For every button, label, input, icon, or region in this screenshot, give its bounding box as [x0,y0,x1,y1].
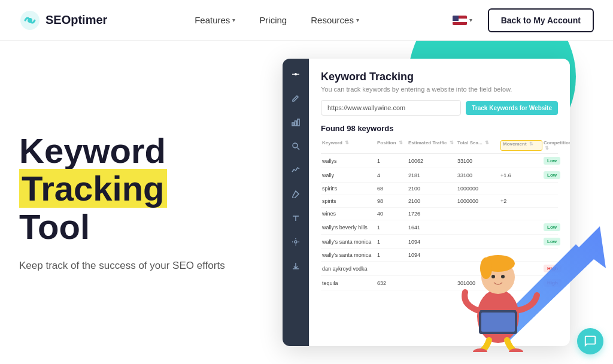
dashboard-sidebar [283,59,309,346]
chevron-down-icon: ▾ [232,17,235,23]
hero-subtitle: Keep track of the success of your SEO ef… [19,258,271,274]
main-nav: Features ▾ Pricing Resources ▾ [185,10,369,30]
flag-icon [453,16,467,25]
svg-rect-21 [481,313,515,332]
svg-rect-6 [298,119,299,126]
chevron-down-icon: ▾ [356,17,359,23]
col-position: Position ⇅ [377,140,407,151]
logo-text: SEOptimer [45,13,107,27]
url-input-row: https://www.wallywine.com Track Keywords… [321,100,558,116]
chat-button[interactable] [577,328,603,354]
language-selector[interactable]: ▾ [447,12,478,29]
col-competition: Competition ⇅ [544,140,570,151]
dashboard-title: Keyword Tracking [321,71,558,83]
col-total: Total Sea... ⇅ [457,140,499,151]
sidebar-icon-text[interactable] [290,212,302,224]
col-traffic: Estimated Traffic ⇅ [408,140,456,151]
svg-point-1 [28,18,32,23]
sidebar-icon-pen[interactable] [290,188,302,200]
header: SEOptimer Features ▾ Pricing Resources ▾… [0,0,613,41]
table-row: wally 4 2181 33100 +1.6 Low [321,168,558,183]
svg-point-17 [480,257,492,279]
dashboard-subtitle: You can track keywords by entering a web… [321,86,558,93]
table-row: spirits 98 2100 1000000 +2 [321,195,558,208]
sidebar-icon-keyword[interactable] [290,68,302,80]
back-to-account-button[interactable]: Back to My Account [488,8,594,32]
logo[interactable]: SEOptimer [19,10,107,31]
svg-point-18 [491,275,495,278]
hero-title: Keyword Tracking Tool [19,132,271,246]
nav-pricing[interactable]: Pricing [250,10,296,30]
found-keywords-text: Found 98 keywords [321,124,558,133]
url-input[interactable]: https://www.wallywine.com [321,100,461,116]
nav-resources[interactable]: Resources ▾ [301,10,369,30]
sidebar-icon-chart[interactable] [290,116,302,128]
svg-point-19 [501,275,505,278]
sidebar-icon-search[interactable] [290,140,302,152]
header-right: ▾ Back to My Account [447,8,594,32]
sidebar-icon-edit[interactable] [290,92,302,104]
svg-point-7 [293,143,298,148]
hero-section: Keyword Tracking Tool Keep track of the … [19,132,271,274]
track-keywords-button[interactable]: Track Keywords for Website [466,101,558,115]
table-row: spirit's 68 2100 1000000 [321,183,558,195]
svg-line-8 [298,148,300,150]
dashboard-section: Keyword Tracking You can track keywords … [271,41,594,364]
logo-icon [19,10,41,31]
svg-rect-4 [292,123,294,126]
sidebar-icon-settings[interactable] [290,236,302,248]
col-movement: Movement ⇅ [500,140,542,151]
table-header: Keyword ⇅ Position ⇅ Estimated Traffic ⇅… [321,138,558,154]
nav-features[interactable]: Features ▾ [185,10,245,30]
svg-point-11 [295,241,297,243]
col-keyword: Keyword ⇅ [322,140,376,151]
sidebar-icon-download[interactable] [290,260,302,272]
chevron-down-icon: ▾ [469,17,472,23]
main-content: Keyword Tracking Tool Keep track of the … [0,41,613,364]
svg-rect-5 [295,121,297,126]
sidebar-icon-analytics[interactable] [290,164,302,176]
chat-icon [584,335,597,348]
table-row: wallys 1 10062 33100 Low [321,154,558,168]
character-illustration [450,232,546,352]
table-row: wines 40 1726 [321,208,558,220]
